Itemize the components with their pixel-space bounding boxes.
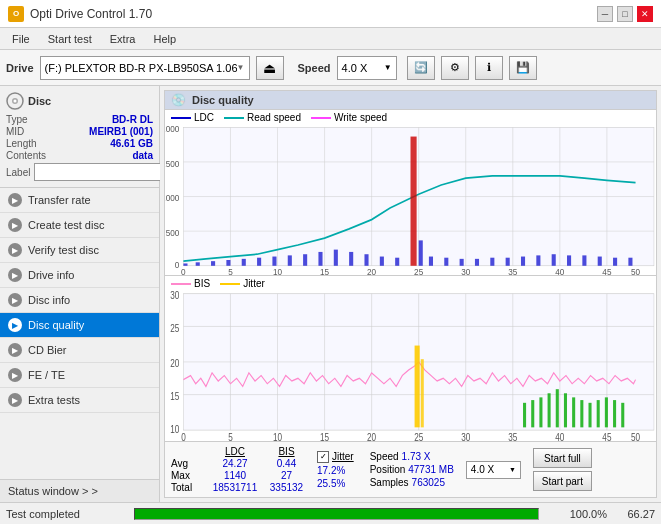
sidebar-item-extra-tests[interactable]: ▶ Extra tests bbox=[0, 388, 159, 413]
svg-text:0: 0 bbox=[181, 431, 186, 441]
drive-dropdown-arrow: ▼ bbox=[237, 63, 245, 72]
svg-text:10: 10 bbox=[273, 431, 282, 441]
svg-text:35: 35 bbox=[508, 431, 517, 441]
svg-rect-65 bbox=[552, 254, 556, 266]
bis-col-header: BIS bbox=[264, 446, 309, 457]
maximize-button[interactable]: □ bbox=[617, 6, 633, 22]
disc-label-label: Label bbox=[6, 167, 30, 178]
progress-bar-fill bbox=[135, 509, 538, 519]
menu-start-test[interactable]: Start test bbox=[40, 31, 100, 47]
svg-text:30: 30 bbox=[461, 431, 470, 441]
bis-legend-label: BIS bbox=[194, 278, 210, 289]
disc-label-input[interactable] bbox=[34, 163, 167, 181]
progress-bar bbox=[134, 508, 539, 520]
jitter-legend: Jitter bbox=[220, 278, 265, 289]
drive-info-icon: ▶ bbox=[8, 268, 22, 282]
disc-type-row: Type BD-R DL bbox=[6, 114, 153, 125]
app-icon: O bbox=[8, 6, 24, 22]
chart1-svg: 2000 1500 1000 500 0 18 16 14 12 10 8 6 … bbox=[165, 125, 656, 275]
extra-tests-icon: ▶ bbox=[8, 393, 22, 407]
drive-value: (F:) PLEXTOR BD-R PX-LB950SA 1.06 bbox=[45, 62, 237, 74]
disc-mid-label: MID bbox=[6, 126, 24, 137]
start-part-button[interactable]: Start part bbox=[533, 471, 592, 491]
create-test-disc-icon: ▶ bbox=[8, 218, 22, 232]
svg-rect-106 bbox=[531, 400, 534, 427]
jitter-checkbox[interactable]: ✓ bbox=[317, 451, 329, 463]
main-area: Disc Type BD-R DL MID MEIRB1 (001) Lengt… bbox=[0, 86, 661, 502]
sidebar-item-extra-tests-label: Extra tests bbox=[28, 394, 80, 406]
disc-header: Disc bbox=[6, 92, 153, 110]
speed-select-small[interactable]: 4.0 X ▼ bbox=[466, 461, 521, 479]
sidebar-item-transfer-rate[interactable]: ▶ Transfer rate bbox=[0, 188, 159, 213]
svg-text:50: 50 bbox=[631, 431, 640, 441]
position-label: Position bbox=[370, 464, 406, 475]
svg-text:5: 5 bbox=[228, 431, 233, 441]
refresh-button[interactable]: 🔄 bbox=[407, 56, 435, 80]
sidebar-item-drive-info[interactable]: ▶ Drive info bbox=[0, 263, 159, 288]
sidebar-item-fe-te[interactable]: ▶ FE / TE bbox=[0, 363, 159, 388]
sidebar-item-disc-info[interactable]: ▶ Disc info bbox=[0, 288, 159, 313]
menu-help[interactable]: Help bbox=[145, 31, 184, 47]
status-window-button[interactable]: Status window > > bbox=[0, 479, 159, 502]
sidebar-item-create-test-disc[interactable]: ▶ Create test disc bbox=[0, 213, 159, 238]
drive-selector[interactable]: (F:) PLEXTOR BD-R PX-LB950SA 1.06 ▼ bbox=[40, 56, 250, 80]
samples-row: Samples 763025 bbox=[370, 477, 454, 488]
sidebar-item-transfer-rate-label: Transfer rate bbox=[28, 194, 91, 206]
speed-selector[interactable]: 4.0 X ▼ bbox=[337, 56, 397, 80]
sidebar-item-verify-test-disc[interactable]: ▶ Verify test disc bbox=[0, 238, 159, 263]
svg-rect-44 bbox=[242, 259, 246, 266]
svg-rect-61 bbox=[490, 258, 494, 266]
menu-extra[interactable]: Extra bbox=[102, 31, 144, 47]
speed-select-container: 4.0 X ▼ bbox=[466, 461, 521, 479]
stat-empty bbox=[171, 446, 206, 457]
content-area: 💿 Disc quality LDC Read speed bbox=[160, 86, 661, 502]
svg-text:30: 30 bbox=[170, 291, 179, 301]
svg-text:40: 40 bbox=[555, 267, 564, 275]
write-speed-legend: Write speed bbox=[311, 112, 387, 123]
sidebar-item-cd-bier[interactable]: ▶ CD Bier bbox=[0, 338, 159, 363]
sidebar-item-drive-info-label: Drive info bbox=[28, 269, 74, 281]
nav-items: ▶ Transfer rate ▶ Create test disc ▶ Ver… bbox=[0, 188, 159, 479]
sidebar-item-disc-info-label: Disc info bbox=[28, 294, 70, 306]
svg-rect-62 bbox=[506, 258, 510, 266]
speed-label: Speed bbox=[298, 62, 331, 74]
sidebar-item-disc-quality[interactable]: ▶ Disc quality bbox=[0, 313, 159, 338]
svg-rect-116 bbox=[613, 400, 616, 427]
menu-file[interactable]: File bbox=[4, 31, 38, 47]
stat-columns: LDC BIS Avg 24.27 0.44 Max 1140 27 Total… bbox=[171, 446, 309, 493]
svg-rect-40 bbox=[183, 263, 187, 265]
info-button[interactable]: ℹ bbox=[475, 56, 503, 80]
close-button[interactable]: ✕ bbox=[637, 6, 653, 22]
start-full-button[interactable]: Start full bbox=[533, 448, 592, 468]
fe-te-icon: ▶ bbox=[8, 368, 22, 382]
bis-legend: BIS bbox=[171, 278, 210, 289]
chart2-svg: 30 25 20 15 10 40% 32% 24% 16% 8% 0 5 bbox=[165, 291, 656, 441]
svg-text:30: 30 bbox=[461, 267, 470, 275]
disc-quality-panel: 💿 Disc quality LDC Read speed bbox=[164, 90, 657, 498]
sidebar-item-cd-bier-label: CD Bier bbox=[28, 344, 67, 356]
svg-rect-60 bbox=[475, 259, 479, 266]
sidebar-item-verify-test-disc-label: Verify test disc bbox=[28, 244, 99, 256]
svg-text:20: 20 bbox=[170, 357, 179, 369]
app-title: Opti Drive Control 1.70 bbox=[30, 7, 152, 21]
svg-text:15: 15 bbox=[170, 390, 179, 402]
progress-percent: 100.0% bbox=[547, 508, 607, 520]
jitter-legend-dot bbox=[220, 283, 240, 285]
settings-button[interactable]: ⚙ bbox=[441, 56, 469, 80]
svg-rect-114 bbox=[597, 400, 600, 427]
eject-button[interactable]: ⏏ bbox=[256, 56, 284, 80]
read-speed-legend: Read speed bbox=[224, 112, 301, 123]
disc-mid-row: MID MEIRB1 (001) bbox=[6, 126, 153, 137]
sidebar-item-disc-quality-label: Disc quality bbox=[28, 319, 84, 331]
svg-rect-49 bbox=[318, 252, 322, 266]
ldc-legend: LDC bbox=[171, 112, 214, 123]
status-value: 66.27 bbox=[615, 508, 655, 520]
svg-rect-45 bbox=[257, 258, 261, 266]
write-speed-legend-dot bbox=[311, 117, 331, 119]
svg-rect-64 bbox=[536, 255, 540, 265]
window-controls: ─ □ ✕ bbox=[597, 6, 653, 22]
svg-text:1500: 1500 bbox=[165, 158, 179, 169]
minimize-button[interactable]: ─ bbox=[597, 6, 613, 22]
samples-label: Samples bbox=[370, 477, 409, 488]
save-button[interactable]: 💾 bbox=[509, 56, 537, 80]
